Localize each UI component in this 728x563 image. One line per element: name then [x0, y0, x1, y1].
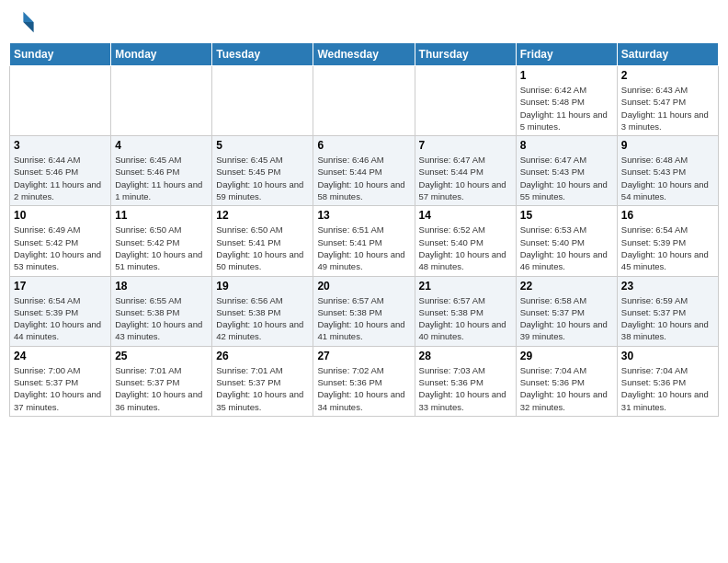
day-info: Sunrise: 6:57 AM Sunset: 5:38 PM Dayligh…	[317, 294, 410, 343]
calendar-day-cell: 21Sunrise: 6:57 AM Sunset: 5:38 PM Dayli…	[415, 276, 516, 346]
day-number: 7	[419, 139, 512, 152]
weekday-header-cell: Monday	[111, 43, 212, 66]
day-number: 22	[520, 280, 613, 293]
calendar-day-cell	[212, 66, 313, 136]
day-number: 20	[317, 280, 410, 293]
day-number: 3	[14, 139, 107, 152]
calendar-day-cell: 29Sunrise: 7:04 AM Sunset: 5:36 PM Dayli…	[516, 346, 617, 416]
day-info: Sunrise: 6:43 AM Sunset: 5:47 PM Dayligh…	[621, 84, 714, 132]
day-info: Sunrise: 6:47 AM Sunset: 5:44 PM Dayligh…	[419, 154, 512, 202]
calendar-day-cell: 5Sunrise: 6:45 AM Sunset: 5:45 PM Daylig…	[212, 136, 313, 206]
day-number: 30	[621, 350, 714, 362]
day-number: 25	[115, 350, 208, 362]
day-info: Sunrise: 6:48 AM Sunset: 5:43 PM Dayligh…	[621, 154, 714, 202]
day-number: 29	[520, 350, 613, 362]
day-number: 11	[115, 209, 208, 222]
weekday-header-row: SundayMondayTuesdayWednesdayThursdayFrid…	[10, 43, 719, 66]
weekday-header-cell: Wednesday	[313, 43, 415, 66]
day-number: 23	[621, 280, 714, 293]
calendar-day-cell: 10Sunrise: 6:49 AM Sunset: 5:42 PM Dayli…	[10, 206, 111, 276]
calendar-day-cell: 15Sunrise: 6:53 AM Sunset: 5:40 PM Dayli…	[516, 206, 617, 276]
calendar-day-cell: 22Sunrise: 6:58 AM Sunset: 5:37 PM Dayli…	[516, 276, 617, 346]
calendar-day-cell: 14Sunrise: 6:52 AM Sunset: 5:40 PM Dayli…	[415, 206, 516, 276]
calendar-day-cell: 8Sunrise: 6:47 AM Sunset: 5:43 PM Daylig…	[516, 136, 617, 206]
day-number: 24	[14, 350, 107, 362]
calendar-week-row: 10Sunrise: 6:49 AM Sunset: 5:42 PM Dayli…	[10, 206, 719, 276]
calendar-day-cell: 11Sunrise: 6:50 AM Sunset: 5:42 PM Dayli…	[111, 206, 212, 276]
weekday-header-cell: Friday	[516, 43, 617, 66]
day-number: 19	[216, 280, 309, 293]
calendar-day-cell: 26Sunrise: 7:01 AM Sunset: 5:37 PM Dayli…	[212, 346, 313, 416]
day-number: 1	[520, 69, 613, 82]
day-number: 26	[216, 350, 309, 362]
calendar-week-row: 17Sunrise: 6:54 AM Sunset: 5:39 PM Dayli…	[10, 276, 719, 346]
day-number: 14	[419, 209, 512, 222]
logo-icon	[9, 9, 35, 35]
day-number: 21	[419, 280, 512, 293]
day-info: Sunrise: 6:58 AM Sunset: 5:37 PM Dayligh…	[520, 294, 613, 343]
weekday-header-cell: Saturday	[617, 43, 718, 66]
header	[9, 9, 719, 35]
calendar-day-cell: 25Sunrise: 7:01 AM Sunset: 5:37 PM Dayli…	[111, 346, 212, 416]
calendar-day-cell: 7Sunrise: 6:47 AM Sunset: 5:44 PM Daylig…	[415, 136, 516, 206]
day-number: 13	[317, 209, 410, 222]
day-info: Sunrise: 6:44 AM Sunset: 5:46 PM Dayligh…	[14, 154, 107, 202]
day-info: Sunrise: 6:59 AM Sunset: 5:37 PM Dayligh…	[621, 294, 714, 343]
calendar-day-cell: 30Sunrise: 7:04 AM Sunset: 5:36 PM Dayli…	[617, 346, 718, 416]
day-info: Sunrise: 7:01 AM Sunset: 5:37 PM Dayligh…	[115, 364, 208, 413]
calendar-day-cell: 9Sunrise: 6:48 AM Sunset: 5:43 PM Daylig…	[617, 136, 718, 206]
svg-marker-0	[23, 12, 33, 22]
day-info: Sunrise: 7:01 AM Sunset: 5:37 PM Dayligh…	[216, 364, 309, 413]
day-number: 8	[520, 139, 613, 152]
day-info: Sunrise: 6:51 AM Sunset: 5:41 PM Dayligh…	[317, 224, 410, 272]
day-number: 28	[419, 350, 512, 362]
calendar-day-cell: 3Sunrise: 6:44 AM Sunset: 5:46 PM Daylig…	[10, 136, 111, 206]
day-number: 17	[14, 280, 107, 293]
weekday-header-cell: Sunday	[10, 43, 111, 66]
calendar-table: SundayMondayTuesdayWednesdayThursdayFrid…	[9, 42, 719, 417]
calendar-day-cell	[111, 66, 212, 136]
calendar-body: 1Sunrise: 6:42 AM Sunset: 5:48 PM Daylig…	[10, 66, 719, 417]
calendar-day-cell	[10, 66, 111, 136]
weekday-header-cell: Thursday	[415, 43, 516, 66]
day-info: Sunrise: 6:56 AM Sunset: 5:38 PM Dayligh…	[216, 294, 309, 343]
day-info: Sunrise: 6:42 AM Sunset: 5:48 PM Dayligh…	[520, 84, 613, 132]
calendar-day-cell: 28Sunrise: 7:03 AM Sunset: 5:36 PM Dayli…	[415, 346, 516, 416]
calendar-day-cell: 20Sunrise: 6:57 AM Sunset: 5:38 PM Dayli…	[313, 276, 415, 346]
day-number: 6	[317, 139, 410, 152]
day-number: 12	[216, 209, 309, 222]
calendar-day-cell: 6Sunrise: 6:46 AM Sunset: 5:44 PM Daylig…	[313, 136, 415, 206]
day-info: Sunrise: 6:52 AM Sunset: 5:40 PM Dayligh…	[419, 224, 512, 272]
day-info: Sunrise: 6:47 AM Sunset: 5:43 PM Dayligh…	[520, 154, 613, 202]
day-number: 2	[621, 69, 714, 82]
day-number: 27	[317, 350, 410, 362]
calendar-day-cell: 27Sunrise: 7:02 AM Sunset: 5:36 PM Dayli…	[313, 346, 415, 416]
day-info: Sunrise: 7:04 AM Sunset: 5:36 PM Dayligh…	[520, 364, 613, 413]
day-info: Sunrise: 6:57 AM Sunset: 5:38 PM Dayligh…	[419, 294, 512, 343]
calendar-day-cell	[313, 66, 415, 136]
day-info: Sunrise: 6:50 AM Sunset: 5:42 PM Dayligh…	[115, 224, 208, 272]
calendar-day-cell: 4Sunrise: 6:45 AM Sunset: 5:46 PM Daylig…	[111, 136, 212, 206]
calendar-day-cell: 19Sunrise: 6:56 AM Sunset: 5:38 PM Dayli…	[212, 276, 313, 346]
day-number: 4	[115, 139, 208, 152]
day-info: Sunrise: 6:54 AM Sunset: 5:39 PM Dayligh…	[621, 224, 714, 272]
day-info: Sunrise: 6:46 AM Sunset: 5:44 PM Dayligh…	[317, 154, 410, 202]
day-number: 10	[14, 209, 107, 222]
calendar-day-cell: 12Sunrise: 6:50 AM Sunset: 5:41 PM Dayli…	[212, 206, 313, 276]
day-info: Sunrise: 7:00 AM Sunset: 5:37 PM Dayligh…	[14, 364, 107, 413]
day-info: Sunrise: 6:45 AM Sunset: 5:46 PM Dayligh…	[115, 154, 208, 202]
day-info: Sunrise: 6:54 AM Sunset: 5:39 PM Dayligh…	[14, 294, 107, 343]
calendar-day-cell: 24Sunrise: 7:00 AM Sunset: 5:37 PM Dayli…	[10, 346, 111, 416]
day-number: 5	[216, 139, 309, 152]
calendar-week-row: 24Sunrise: 7:00 AM Sunset: 5:37 PM Dayli…	[10, 346, 719, 416]
weekday-header-cell: Tuesday	[212, 43, 313, 66]
day-number: 18	[115, 280, 208, 293]
calendar-day-cell: 18Sunrise: 6:55 AM Sunset: 5:38 PM Dayli…	[111, 276, 212, 346]
day-number: 16	[621, 209, 714, 222]
day-info: Sunrise: 6:53 AM Sunset: 5:40 PM Dayligh…	[520, 224, 613, 272]
calendar-day-cell	[415, 66, 516, 136]
calendar-day-cell: 13Sunrise: 6:51 AM Sunset: 5:41 PM Dayli…	[313, 206, 415, 276]
calendar-week-row: 3Sunrise: 6:44 AM Sunset: 5:46 PM Daylig…	[10, 136, 719, 206]
day-info: Sunrise: 6:55 AM Sunset: 5:38 PM Dayligh…	[115, 294, 208, 343]
calendar-day-cell: 23Sunrise: 6:59 AM Sunset: 5:37 PM Dayli…	[617, 276, 718, 346]
